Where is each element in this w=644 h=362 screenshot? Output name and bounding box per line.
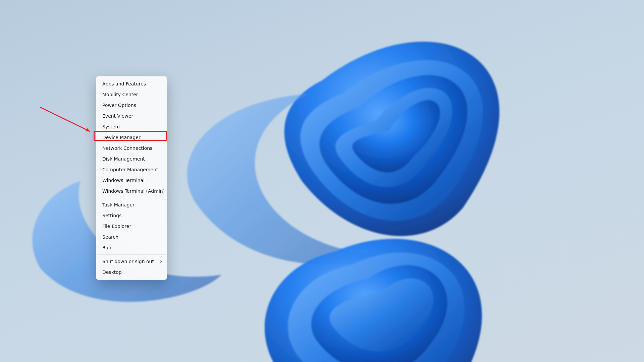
menu-item-label: Windows Terminal (Admin) xyxy=(102,188,165,194)
menu-item-mobility-center[interactable]: Mobility Center xyxy=(98,89,165,100)
winx-context-menu[interactable]: Apps and FeaturesMobility CenterPower Op… xyxy=(96,76,167,280)
menu-item-label: Apps and Features xyxy=(102,81,146,86)
menu-item-label: System xyxy=(102,124,120,129)
menu-item-label: Device Manager xyxy=(102,135,141,140)
menu-item-disk-management[interactable]: Disk Management xyxy=(98,154,165,164)
menu-item-label: Shut down or sign out xyxy=(102,259,154,264)
menu-item-search[interactable]: Search xyxy=(98,232,165,242)
menu-item-label: Event Viewer xyxy=(102,113,133,119)
menu-item-label: Windows Terminal xyxy=(102,178,145,183)
menu-item-windows-terminal-admin[interactable]: Windows Terminal (Admin) xyxy=(98,186,165,196)
menu-item-network-connections[interactable]: Network Connections xyxy=(98,143,165,154)
menu-item-shut-down-or-sign-out[interactable]: Shut down or sign out xyxy=(98,256,165,267)
menu-item-task-manager[interactable]: Task Manager xyxy=(98,199,165,210)
menu-item-run[interactable]: Run xyxy=(98,242,165,253)
svg-line-0 xyxy=(40,107,90,131)
menu-item-file-explorer[interactable]: File Explorer xyxy=(98,221,165,232)
menu-item-label: Disk Management xyxy=(102,156,145,162)
menu-item-system[interactable]: System xyxy=(98,121,165,132)
menu-item-settings[interactable]: Settings xyxy=(98,210,165,221)
menu-item-device-manager[interactable]: Device Manager xyxy=(98,132,165,143)
menu-item-desktop-show[interactable]: Desktop xyxy=(98,267,165,278)
menu-item-label: File Explorer xyxy=(102,224,131,229)
menu-item-computer-management[interactable]: Computer Management xyxy=(98,164,165,175)
menu-item-label: Power Options xyxy=(102,103,136,108)
menu-item-apps-and-features[interactable]: Apps and Features xyxy=(98,78,165,89)
menu-item-label: Search xyxy=(102,234,118,240)
menu-item-label: Run xyxy=(102,245,111,250)
menu-item-power-options[interactable]: Power Options xyxy=(98,100,165,111)
chevron-right-icon xyxy=(158,259,162,263)
menu-item-label: Desktop xyxy=(102,269,122,275)
menu-item-label: Computer Management xyxy=(102,167,158,172)
menu-item-label: Task Manager xyxy=(102,202,135,207)
menu-separator xyxy=(97,198,166,198)
menu-item-label: Settings xyxy=(102,213,121,218)
menu-separator xyxy=(97,254,166,255)
menu-item-windows-terminal[interactable]: Windows Terminal xyxy=(98,175,165,186)
menu-item-label: Network Connections xyxy=(102,145,152,151)
menu-item-event-viewer[interactable]: Event Viewer xyxy=(98,111,165,121)
menu-item-label: Mobility Center xyxy=(102,92,138,97)
